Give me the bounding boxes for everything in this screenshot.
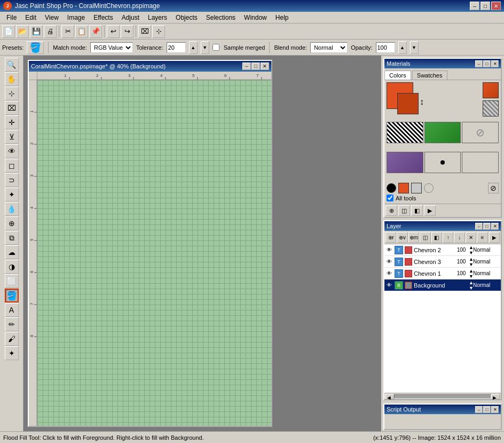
print-button[interactable]: 🖨 [44, 25, 57, 38]
move-tool[interactable]: ✛ [5, 115, 19, 129]
layer-row-chevron3[interactable]: 👁 T Chevron 3 100 ▲▼ Normal [384, 256, 501, 268]
script-close[interactable]: ✕ [491, 406, 499, 413]
script-minimize[interactable]: – [475, 406, 483, 413]
delete-layer[interactable]: ✕ [466, 232, 476, 243]
layer-properties[interactable]: ≡ [477, 232, 487, 243]
move-layer-up[interactable]: ↑ [443, 232, 453, 243]
opacity-spinner-chevron2[interactable]: ▲▼ [469, 245, 472, 255]
menu-window[interactable]: Window [240, 13, 271, 22]
bg-color-indicator[interactable] [411, 183, 422, 193]
clone-tool[interactable]: ⧉ [5, 231, 19, 245]
tab-colors[interactable]: Colors [384, 71, 411, 80]
white-color[interactable] [424, 183, 434, 193]
mat-btn-arrow[interactable]: ▶ [424, 205, 436, 216]
redo-button[interactable]: ↪ [121, 25, 133, 38]
background-color[interactable] [397, 93, 419, 114]
menu-effects[interactable]: Effects [89, 13, 117, 22]
undo-button[interactable]: ↩ [107, 25, 120, 38]
pattern-preview[interactable] [483, 100, 499, 116]
smear-tool[interactable]: ☁ [5, 245, 19, 259]
fg-color-indicator[interactable] [398, 183, 409, 193]
crop-tool[interactable]: ⌧ [5, 101, 19, 115]
lasso-tool[interactable]: ⊃ [5, 173, 19, 187]
layer-row-chevron1[interactable]: 👁 T Chevron 1 100 ▲▼ Normal [384, 268, 501, 279]
swatch-blank[interactable] [462, 152, 499, 173]
paint-tool[interactable]: 🖌 [5, 332, 19, 346]
paste-button[interactable]: 📌 [89, 25, 102, 38]
menu-help[interactable]: Help [271, 13, 293, 22]
selection-tool[interactable]: ◻ [5, 159, 19, 173]
swatch-green[interactable] [424, 122, 461, 143]
materials-minimize[interactable]: – [475, 60, 483, 67]
opacity-spinner-background[interactable]: ▲▼ [469, 280, 472, 291]
canvas-minimize[interactable]: – [242, 63, 251, 70]
menu-adjust[interactable]: Adjust [117, 13, 144, 22]
match-mode-select[interactable]: RGB Value Hue Brightness [90, 42, 133, 53]
menu-image[interactable]: Image [63, 13, 89, 22]
erase-tool[interactable]: ⬜ [5, 274, 19, 288]
layer-opacity-chevron1[interactable]: 100 [454, 270, 469, 276]
menu-layers[interactable]: Layers [144, 13, 171, 22]
layer-more[interactable]: ▶ [489, 232, 500, 243]
magic-wand-tool[interactable]: ✦ [5, 188, 19, 201]
new-vector-layer[interactable]: ⊕v [397, 232, 407, 243]
save-button[interactable]: 💾 [30, 25, 43, 38]
layer-visibility-background[interactable]: 👁 [385, 283, 393, 288]
menu-file[interactable]: File [2, 13, 21, 22]
layer-row-chevron2[interactable]: 👁 T Chevron 2 100 ▲▼ Normal [384, 244, 501, 256]
scroll-right[interactable]: ► [491, 394, 500, 399]
black-color[interactable] [387, 183, 396, 193]
layer-visibility-chevron1[interactable]: 👁 [385, 271, 393, 276]
airbrush-tool[interactable]: ✦ [5, 346, 19, 360]
redeye-tool[interactable]: 👁 [5, 144, 19, 158]
draw-tool[interactable]: ✏ [5, 317, 19, 331]
deform-toolbar-button[interactable]: ⊹ [152, 25, 165, 38]
swap-colors-button[interactable]: ↕ [420, 97, 424, 107]
canvas-close[interactable]: ✕ [261, 63, 269, 70]
opacity-spinner-chevron1[interactable]: ▲▼ [469, 268, 472, 279]
menu-edit[interactable]: Edit [21, 13, 41, 22]
layer-opacity-chevron2[interactable]: 100 [454, 247, 469, 253]
materials-close[interactable]: ✕ [491, 60, 499, 67]
zoom-tool[interactable]: 🔍 [5, 58, 19, 72]
dropper-tool[interactable]: 💧 [5, 202, 19, 216]
tab-swatches[interactable]: Swatches [412, 71, 447, 80]
script-maximize[interactable]: □ [483, 406, 491, 413]
tolerance-down[interactable]: ▼ [201, 41, 209, 54]
layer-panel-minimize[interactable]: – [475, 223, 483, 230]
swatch-purple[interactable] [387, 152, 423, 173]
deform-tool[interactable]: ⊹ [5, 87, 19, 100]
mat-btn-3[interactable]: ◧ [411, 205, 423, 216]
new-raster-layer[interactable]: ⊕r [385, 232, 396, 243]
sample-merged-checkbox[interactable] [212, 44, 219, 51]
layer-hscroll-track[interactable] [394, 394, 491, 399]
minimize-button[interactable]: – [470, 2, 479, 10]
opacity-up[interactable]: ▲ [398, 41, 407, 54]
layer-row-background[interactable]: 👁 B Background ▲▼ Normal [384, 279, 501, 291]
materials-maximize[interactable]: □ [483, 60, 491, 67]
text-tool[interactable]: A [5, 303, 19, 317]
maximize-button[interactable]: □ [481, 2, 490, 10]
layer-visibility-chevron2[interactable]: 👁 [385, 247, 393, 253]
heal-tool[interactable]: ⊕ [5, 216, 19, 230]
move-layer-down[interactable]: ↓ [454, 232, 464, 243]
menu-view[interactable]: View [41, 13, 63, 22]
opacity-down[interactable]: ▼ [410, 41, 419, 54]
menu-objects[interactable]: Objects [171, 13, 202, 22]
dodge-tool[interactable]: ◑ [5, 260, 19, 274]
close-button[interactable]: ✕ [491, 2, 501, 10]
transparent-indicator[interactable]: ⊘ [488, 183, 499, 193]
new-button[interactable]: 📄 [2, 25, 15, 38]
fill-tool[interactable]: 🪣 [5, 289, 19, 302]
duplicate-layer[interactable]: ◫ [420, 232, 430, 243]
straighten-tool[interactable]: ⊻ [5, 130, 19, 144]
new-mask-layer[interactable]: ⊕m [408, 232, 419, 243]
layer-panel-maximize[interactable]: □ [483, 223, 491, 230]
layer-visibility-chevron3[interactable]: 👁 [385, 259, 393, 265]
crop-toolbar-button[interactable]: ⌧ [138, 25, 151, 38]
layer-panel-close[interactable]: ✕ [491, 223, 499, 230]
blend-mode-select[interactable]: Normal Multiply Screen [310, 42, 348, 53]
swatch-null[interactable]: ⊘ [462, 122, 499, 143]
layer-opacity-chevron3[interactable]: 100 [454, 259, 469, 265]
pan-tool[interactable]: ✋ [5, 72, 19, 86]
